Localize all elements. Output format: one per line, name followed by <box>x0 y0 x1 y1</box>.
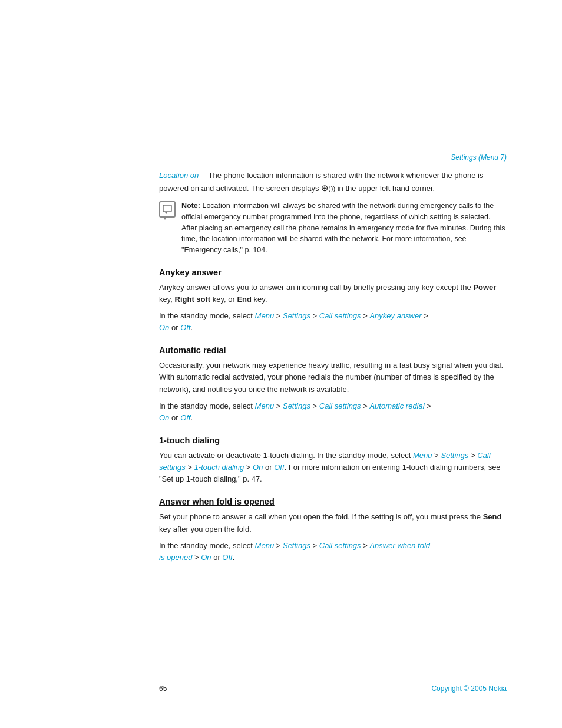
anykey-answer-body: Anykey answer allows you to answer an in… <box>159 282 507 305</box>
answer-when-fold-body: Set your phone to answer a call when you… <box>159 511 507 535</box>
note-label: Note: <box>181 202 200 210</box>
footer: 65 Copyright © 2005 Nokia <box>159 684 507 693</box>
one-touch-dialing-body: You can activate or deactivate 1-touch d… <box>159 450 507 485</box>
one-touch-dialing-heading: 1-touch dialing <box>159 436 507 445</box>
answer-when-fold-nav: In the standby mode, select Menu > Setti… <box>159 540 507 564</box>
section-header: Settings (Menu 7) <box>159 153 507 162</box>
anykey-answer-section: Anykey answer Anykey answer allows you t… <box>159 268 507 334</box>
note-content: Note: Location information will always b… <box>181 200 507 256</box>
automatic-redial-section: Automatic redial Occasionally, your netw… <box>159 345 507 424</box>
location-on-link[interactable]: Location on <box>159 171 199 180</box>
copyright: Copyright © 2005 Nokia <box>431 684 507 693</box>
automatic-redial-nav: In the standby mode, select Menu > Setti… <box>159 400 507 424</box>
page-number: 65 <box>159 684 167 693</box>
answer-when-fold-heading: Answer when fold is opened <box>159 497 507 506</box>
content-area: Settings (Menu 7) Location on— The phone… <box>159 153 507 566</box>
page-container: Settings (Menu 7) Location on— The phone… <box>0 0 562 728</box>
svg-marker-1 <box>164 212 167 214</box>
automatic-redial-body: Occasionally, your network may experienc… <box>159 360 507 395</box>
location-on-link-text: Location on <box>159 171 199 180</box>
note-icon <box>159 201 176 218</box>
note-text: Location information will always be shar… <box>181 202 505 254</box>
svg-rect-0 <box>163 205 171 212</box>
location-on-section: Location on— The phone location informat… <box>159 170 507 256</box>
location-on-paragraph: Location on— The phone location informat… <box>159 170 507 195</box>
location-on-body: The phone location information is shared… <box>159 171 483 193</box>
one-touch-dialing-section: 1-touch dialing You can activate or deac… <box>159 436 507 485</box>
note-box: Note: Location information will always b… <box>159 200 507 256</box>
automatic-redial-heading: Automatic redial <box>159 345 507 355</box>
anykey-answer-nav: In the standby mode, select Menu > Setti… <box>159 310 507 334</box>
location-on-dash: — <box>199 171 206 180</box>
anykey-answer-heading: Anykey answer <box>159 268 507 277</box>
answer-when-fold-section: Answer when fold is opened Set your phon… <box>159 497 507 564</box>
section-label: Settings (Menu 7) <box>451 153 507 162</box>
